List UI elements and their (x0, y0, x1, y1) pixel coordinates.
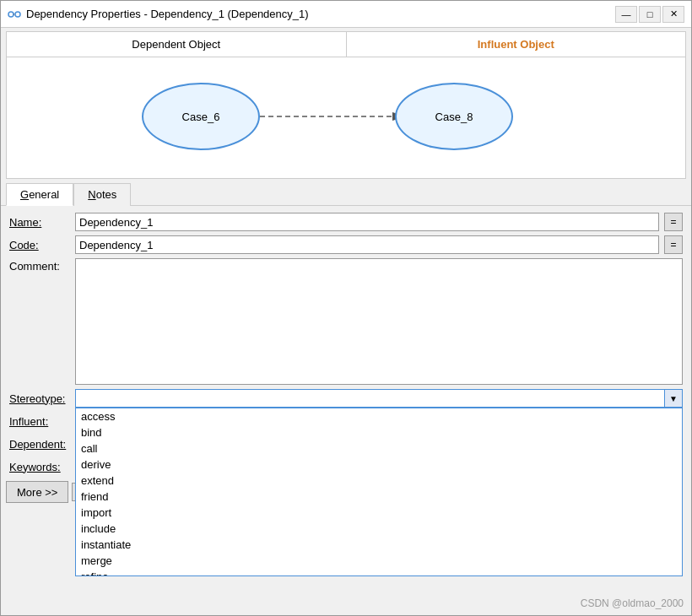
title-text: Dependency Properties - Dependency_1 (De… (26, 8, 309, 20)
dropdown-item[interactable]: include (76, 521, 682, 537)
name-label: Name: (9, 216, 70, 229)
stereotype-dropdown-list: accessbindcallderiveextendfriendimportin… (75, 408, 683, 576)
comment-area: Comment: (9, 258, 683, 385)
window-controls: — □ ✕ (615, 6, 684, 23)
comment-label: Comment: (9, 258, 70, 273)
dropdown-item[interactable]: instantiate (76, 537, 682, 553)
more-button[interactable]: More >> (6, 481, 68, 503)
case8-ellipse: Case_8 (395, 83, 513, 150)
main-window: Dependency Properties - Dependency_1 (De… (0, 0, 692, 616)
title-bar: Dependency Properties - Dependency_1 (De… (1, 1, 691, 28)
name-row: Name: = (9, 213, 683, 231)
diagram-area: Dependent Object Influent Object Case_6 … (6, 31, 686, 179)
form-section: Name: = Code: = Comment: Stereotype: ▼ a… (1, 206, 691, 476)
diagram-header: Dependent Object Influent Object (7, 32, 685, 57)
close-button[interactable]: ✕ (662, 6, 684, 23)
dependency-icon (8, 8, 21, 21)
stereotype-dropdown-button[interactable]: ▼ (664, 389, 683, 408)
dropdown-item[interactable]: bind (76, 424, 682, 440)
stereotype-wrapper: ▼ accessbindcallderiveextendfriendimport… (75, 389, 683, 408)
title-bar-left: Dependency Properties - Dependency_1 (De… (8, 8, 309, 21)
name-input[interactable] (75, 213, 659, 231)
dependency-arrow (7, 57, 685, 178)
stereotype-label: Stereotype: (9, 392, 70, 405)
code-label: Code: (9, 239, 70, 251)
minimize-button[interactable]: — (615, 6, 637, 23)
dependent-label: Dependent: (9, 438, 70, 451)
stereotype-input[interactable] (75, 389, 664, 408)
tab-container: General Notes (1, 182, 691, 206)
dropdown-item[interactable]: derive (76, 457, 682, 473)
name-equal-button[interactable]: = (664, 213, 683, 231)
influent-object-header: Influent Object (346, 32, 686, 57)
comment-textarea[interactable] (75, 258, 683, 385)
watermark: CSDN @oldmao_2000 (581, 597, 684, 609)
maximize-button[interactable]: □ (639, 6, 661, 23)
keywords-label: Keywords: (9, 461, 70, 473)
dropdown-item[interactable]: friend (76, 489, 682, 505)
dropdown-item[interactable]: merge (76, 553, 682, 569)
case6-ellipse: Case_6 (142, 83, 260, 150)
stereotype-row: Stereotype: ▼ accessbindcallderiveextend… (9, 389, 683, 408)
svg-point-1 (15, 12, 20, 17)
dropdown-item[interactable]: extend (76, 473, 682, 489)
dropdown-item[interactable]: refine (76, 569, 682, 576)
diagram-canvas: Case_6 Case_8 (7, 57, 685, 178)
svg-point-0 (8, 12, 14, 17)
dropdown-item[interactable]: call (76, 440, 682, 457)
code-input[interactable] (75, 235, 659, 254)
influent-label: Influent: (9, 415, 70, 428)
dropdown-item[interactable]: access (76, 408, 682, 424)
code-row: Code: = (9, 235, 683, 254)
dependent-object-header: Dependent Object (7, 32, 346, 57)
tab-notes[interactable]: Notes (73, 183, 131, 206)
tab-general[interactable]: General (6, 183, 73, 206)
code-equal-button[interactable]: = (664, 235, 683, 254)
dropdown-item[interactable]: import (76, 505, 682, 521)
